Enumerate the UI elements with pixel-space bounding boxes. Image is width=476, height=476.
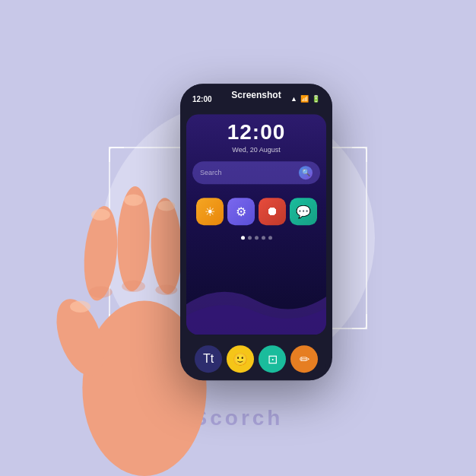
dot-3 bbox=[255, 236, 259, 240]
screen-date: Wed, 20 August bbox=[186, 146, 326, 154]
dot-4 bbox=[262, 236, 265, 240]
toolbar-text-button[interactable]: Tt bbox=[195, 345, 222, 373]
svg-point-13 bbox=[70, 301, 90, 313]
app-icon-chat[interactable]: 💬 bbox=[290, 198, 317, 225]
dot-1 bbox=[241, 236, 245, 240]
bottom-toolbar: Tt 🙂 ⊡ ✏ bbox=[186, 338, 326, 380]
search-icon: 🔍 bbox=[299, 166, 313, 179]
search-bar[interactable]: Search 🔍 bbox=[192, 161, 320, 184]
svg-point-8 bbox=[155, 284, 177, 294]
app-icons-row: ☀ ⚙ ⏺ 💬 bbox=[186, 192, 326, 231]
screen-waves bbox=[186, 274, 326, 335]
toolbar-crop-button[interactable]: ⊡ bbox=[259, 345, 286, 373]
svg-point-11 bbox=[157, 201, 175, 211]
phone-wrapper: 12:00 ▲ 📶 🔋 Screenshot 12:00 Wed, 20 Aug… bbox=[180, 84, 332, 380]
svg-point-10 bbox=[124, 194, 143, 205]
phone-screen: 12:00 Wed, 20 August Search 🔍 ☀ ⚙ ⏺ 💬 bbox=[186, 114, 326, 335]
page-dots bbox=[186, 236, 326, 240]
search-placeholder: Search bbox=[200, 169, 222, 176]
corner-tr bbox=[352, 147, 367, 162]
corner-br bbox=[352, 314, 367, 329]
toolbar-emoji-button[interactable]: 🙂 bbox=[227, 345, 254, 373]
screenshot-label: Screenshot bbox=[180, 90, 332, 100]
app-icon-settings[interactable]: ⚙ bbox=[227, 198, 255, 225]
svg-point-6 bbox=[89, 286, 113, 297]
dot-2 bbox=[248, 236, 252, 240]
svg-point-4 bbox=[149, 198, 183, 295]
app-icon-sun[interactable]: ☀ bbox=[196, 198, 224, 225]
screen-clock: 12:00 bbox=[186, 120, 326, 144]
toolbar-pen-button[interactable]: ✏ bbox=[290, 345, 318, 373]
phone: 12:00 ▲ 📶 🔋 Screenshot 12:00 Wed, 20 Aug… bbox=[180, 84, 332, 380]
app-icon-camera[interactable]: ⏺ bbox=[259, 198, 286, 225]
svg-point-7 bbox=[122, 281, 145, 292]
dot-5 bbox=[268, 236, 272, 240]
svg-point-9 bbox=[91, 209, 110, 221]
